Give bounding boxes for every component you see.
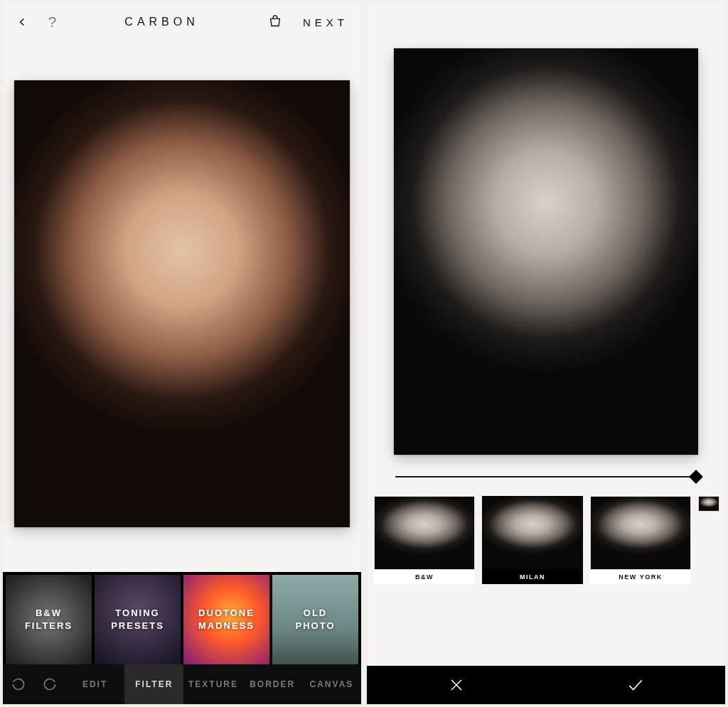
tab-filter[interactable]: FILTER xyxy=(124,664,183,704)
tab-edit[interactable]: EDIT xyxy=(65,664,124,704)
preset-newyork[interactable]: NEW YORK xyxy=(590,496,691,584)
preset-bw[interactable]: B&W xyxy=(374,496,475,584)
tab-canvas[interactable]: CANVAS xyxy=(302,664,361,704)
preset-more[interactable] xyxy=(698,496,719,584)
top-bar: ? CARBON NEXT xyxy=(3,3,361,41)
category-duotone-madness[interactable]: DUOTONE MADNESS xyxy=(183,575,269,664)
redo-icon[interactable] xyxy=(34,664,65,704)
category-label: OLD PHOTO xyxy=(291,607,340,632)
cart-icon[interactable] xyxy=(267,14,283,30)
main-photo[interactable] xyxy=(14,80,350,527)
category-old-photo[interactable]: OLD PHOTO xyxy=(272,575,358,664)
next-button[interactable]: NEXT xyxy=(303,16,348,28)
help-icon[interactable]: ? xyxy=(48,14,56,31)
app-title: CARBON xyxy=(124,16,198,28)
canvas-area xyxy=(367,41,725,462)
undo-icon[interactable] xyxy=(3,664,34,704)
preset-label: NEW YORK xyxy=(590,570,691,584)
intensity-slider-row xyxy=(367,462,725,492)
category-strip: B&W FILTERSTONING PRESETSDUOTONE MADNESS… xyxy=(3,572,361,664)
confirm-bar xyxy=(367,666,725,704)
canvas-area xyxy=(3,41,361,572)
preset-thumb xyxy=(590,496,691,570)
preset-label: B&W xyxy=(374,570,475,584)
editor-screen-categories: ? CARBON NEXT B&W FILTERSTONING PRESETSD… xyxy=(3,3,361,704)
back-icon[interactable] xyxy=(16,16,28,28)
category-label: TONING PRESETS xyxy=(107,607,168,632)
category-toning-presets[interactable]: TONING PRESETS xyxy=(95,575,181,664)
bottom-tab-bar: EDITFILTERTEXTUREBORDERCANVAS xyxy=(3,664,361,704)
cancel-button[interactable] xyxy=(367,666,546,704)
preset-thumb xyxy=(482,496,583,570)
preset-strip: B&WMILANNEW YORK xyxy=(367,492,725,588)
preset-thumb xyxy=(374,496,475,570)
preset-thumb xyxy=(698,496,719,512)
category-label: DUOTONE MADNESS xyxy=(194,607,259,632)
category-label: B&W FILTERS xyxy=(21,607,77,632)
preset-milan[interactable]: MILAN xyxy=(482,496,583,584)
tab-texture[interactable]: TEXTURE xyxy=(183,664,242,704)
category-bw-filters[interactable]: B&W FILTERS xyxy=(6,575,92,664)
main-photo-bw[interactable] xyxy=(394,48,699,455)
slider-handle-icon[interactable] xyxy=(689,470,703,484)
editor-screen-preset-detail: B&WMILANNEW YORK xyxy=(367,3,725,704)
tab-border[interactable]: BORDER xyxy=(243,664,302,704)
accept-button[interactable] xyxy=(546,666,725,704)
preset-label: MILAN xyxy=(482,570,583,584)
intensity-slider[interactable] xyxy=(395,476,697,477)
